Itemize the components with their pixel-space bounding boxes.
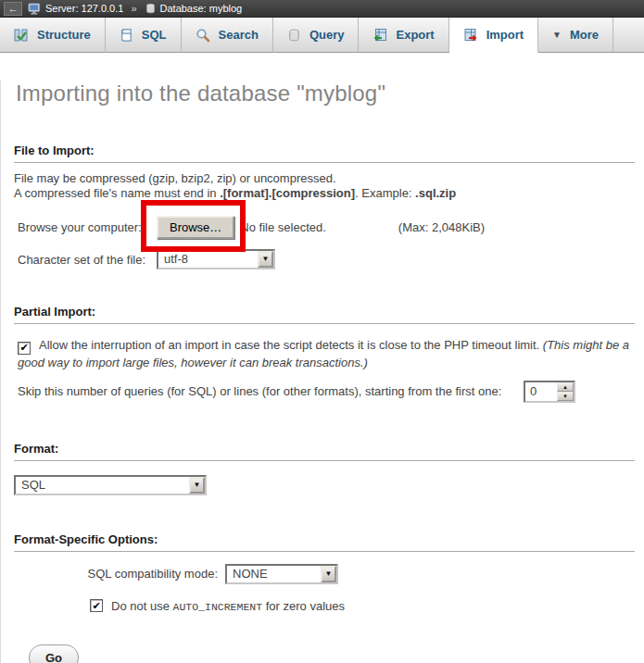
tab-bar: Structure SQL Search Query Export [0,18,644,53]
tab-export[interactable]: Export [359,18,448,53]
auto-increment-label: Do not use AUTO_INCREMENT for zero value… [111,599,345,613]
max-upload-size-text: (Max: 2,048KiB) [398,220,485,234]
check-icon: ✔ [92,601,100,611]
page-title: Importing into the database "myblog" [16,81,637,106]
search-icon [196,28,210,43]
breadcrumb-server-label: Server: 127.0.0.1 [45,3,123,14]
tab-more[interactable]: ▼ More [538,18,613,53]
back-button[interactable]: ← [4,2,22,16]
dropdown-arrow-icon: ▼ [258,251,273,268]
chevron-down-icon: ▼ [552,31,562,40]
sql-icon [120,28,133,43]
tab-label: More [570,28,599,42]
compression-info-text: File may be compressed (gzip, bzip2, zip… [14,171,637,201]
format-select[interactable]: SQL ▼ [14,475,207,495]
database-icon [145,3,157,15]
spinner-down-icon: ▼ [562,394,568,399]
allow-interruption-checkbox[interactable]: ✔ [18,342,31,355]
auto-increment-checkbox[interactable]: ✔ [90,599,103,612]
import-icon [463,28,478,43]
tab-bar-filler [613,18,644,53]
section-heading-partial-import: Partial Import: [14,305,635,324]
check-icon: ✔ [19,343,28,353]
tab-label: Search [219,28,259,42]
tab-label: Import [486,28,524,42]
skip-queries-row: Skip this number of queries (for SQL) or… [18,381,637,403]
structure-icon [14,28,29,43]
tab-label: Export [396,28,434,42]
spinner-down-button[interactable]: ▼ [557,392,574,401]
tab-label: Query [309,28,345,42]
breadcrumb-separator: » [131,3,136,14]
server-icon [28,2,42,16]
browse-button[interactable]: Browse… [157,216,234,239]
no-file-selected-text: No file selected. [240,220,326,234]
charset-selected-value: utf-8 [158,251,258,268]
tab-structure[interactable]: Structure [0,18,106,53]
allow-interruption-row: ✔ Allow the interruption of an import in… [18,337,637,371]
query-icon [287,28,301,43]
breadcrumb-database-label: Database: myblog [160,3,243,14]
go-button[interactable]: Go [29,644,79,663]
back-arrow-icon: ← [8,4,19,14]
format-selected-value: SQL [16,477,189,494]
spinner-up-icon: ▲ [562,384,568,390]
breadcrumb-database[interactable]: Database: myblog [145,3,243,15]
tab-label: Structure [37,28,91,42]
sql-compatibility-select[interactable]: NONE ▼ [225,564,338,584]
section-heading-format: Format: [14,442,635,461]
main-content: Importing into the database "myblog" Fil… [0,81,644,663]
tab-import[interactable]: Import [449,18,538,53]
sql-compatibility-label: SQL compatibility mode: [14,567,225,581]
sql-compatibility-row: SQL compatibility mode: NONE ▼ [14,564,637,584]
allow-interruption-label: Allow the interruption of an import in c… [39,338,543,352]
skip-queries-label: Skip this number of queries (for SQL) or… [18,384,524,398]
phpmyadmin-import-page: ← Server: 127.0.0.1 » Database: myblog S… [0,0,644,663]
breadcrumb-bar: ← Server: 127.0.0.1 » Database: myblog [0,0,644,18]
charset-row: Character set of the file: utf-8 ▼ [18,249,637,269]
tab-label: SQL [142,28,167,42]
tab-sql[interactable]: SQL [106,18,182,53]
spinner-up-button[interactable]: ▲ [557,382,574,392]
section-heading-file-to-import: File to Import: [14,144,635,163]
tab-search[interactable]: Search [182,18,273,53]
auto-increment-row: ✔ Do not use AUTO_INCREMENT for zero val… [90,599,637,613]
dropdown-arrow-icon: ▼ [321,566,336,582]
skip-queries-stepper: ▲ ▼ [524,381,575,403]
sql-compatibility-selected-value: NONE [227,566,321,582]
section-heading-format-specific-options: Format-Specific Options: [14,532,635,552]
browse-label: Browse your computer: [18,220,157,234]
browse-row: Browse your computer: Browse… No file se… [18,216,637,239]
charset-select[interactable]: utf-8 ▼ [157,249,275,269]
breadcrumb-server[interactable]: Server: 127.0.0.1 [28,2,123,16]
skip-queries-input[interactable] [525,382,553,401]
tab-query[interactable]: Query [273,18,360,53]
export-icon [373,28,387,43]
dropdown-arrow-icon: ▼ [189,477,205,494]
charset-label: Character set of the file: [18,253,157,267]
